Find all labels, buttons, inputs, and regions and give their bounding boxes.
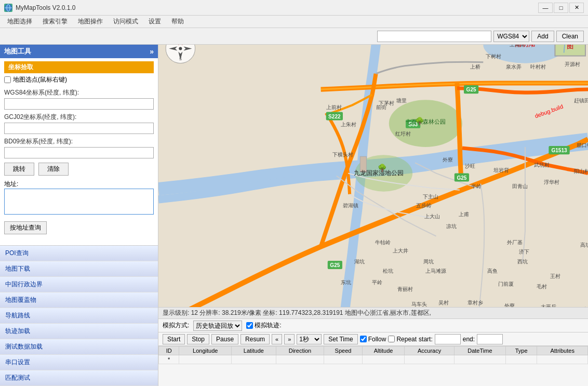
- time-select[interactable]: 1秒 2秒 5秒 10秒: [297, 334, 322, 344]
- panel-title: 地图工具: [4, 47, 31, 56]
- maximize-button[interactable]: □: [554, 3, 568, 13]
- svg-text:上大井: 上大井: [393, 248, 408, 254]
- coord-buttons: 跳转 清除: [4, 163, 154, 176]
- track-checkbox[interactable]: [246, 322, 253, 329]
- svg-text:🌳: 🌳: [415, 116, 424, 126]
- pause-button[interactable]: Pause: [211, 334, 238, 344]
- bd09-label: BD09坐标系(经度, 纬度):: [4, 137, 154, 146]
- menu-help[interactable]: 帮助: [166, 16, 189, 27]
- svg-text:下横头村: 下横头村: [332, 152, 353, 157]
- track-checkbox-row: 模拟轨迹:: [246, 321, 281, 330]
- nav-serial-settings[interactable]: 串口设置: [0, 355, 158, 370]
- svg-text:S: S: [179, 57, 182, 61]
- svg-text:外厂基: 外厂基: [507, 239, 523, 245]
- wgs84-label: WGS84坐标系(经度, 纬度):: [4, 88, 154, 97]
- nav-test-data-load[interactable]: 测试数据加载: [0, 339, 158, 355]
- bd09-input[interactable]: [4, 147, 154, 158]
- resum-button[interactable]: Resum: [240, 334, 270, 344]
- cell-speed: [324, 355, 363, 364]
- jump-button[interactable]: 跳转: [4, 163, 34, 176]
- nav-poi[interactable]: POI查询: [0, 246, 158, 261]
- app-icon: [4, 4, 12, 12]
- follow-label: Follow: [368, 336, 386, 343]
- repeat-checkbox[interactable]: [388, 336, 395, 342]
- nav-map-download[interactable]: 地图下载: [0, 261, 158, 277]
- svg-text:G25: G25: [330, 262, 340, 268]
- map-point-checkbox[interactable]: [4, 76, 11, 83]
- add-button[interactable]: Add: [531, 31, 554, 42]
- prev-button[interactable]: «: [272, 334, 282, 344]
- address-row: 地址:: [4, 180, 154, 216]
- stop-button[interactable]: Stop: [187, 334, 209, 344]
- nav-track-load[interactable]: 轨迹加载: [0, 324, 158, 339]
- map-area[interactable]: G25 G25 G25 G330 G1513 G1513: [158, 45, 588, 386]
- menu-search-engine[interactable]: 搜索引擎: [37, 16, 73, 27]
- follow-checkbox[interactable]: [360, 336, 367, 342]
- col-id: ID: [159, 347, 179, 355]
- set-time-button[interactable]: Set Time: [324, 334, 357, 344]
- window-controls[interactable]: — □ ✕: [538, 3, 584, 13]
- start-input[interactable]: 0: [435, 334, 461, 344]
- start-button[interactable]: Start: [163, 334, 185, 344]
- collapse-button[interactable]: »: [150, 47, 154, 56]
- svg-text:泉水弄: 泉水弄: [506, 64, 522, 70]
- svg-text:上桥: 上桥: [470, 64, 480, 70]
- svg-text:G1513: G1513: [551, 148, 567, 153]
- svg-text:一上龙: 一上龙: [578, 307, 588, 307]
- repeat-row: Repeat: [388, 336, 417, 343]
- nav-match-test[interactable]: 匹配测试: [0, 370, 158, 386]
- svg-text:上南寮: 上南寮: [510, 45, 525, 47]
- menu-map-select[interactable]: 地图选择: [2, 16, 37, 27]
- svg-text:章村乡: 章村乡: [467, 300, 483, 305]
- clean-button[interactable]: Clean: [556, 31, 584, 42]
- nav-map-overlay[interactable]: 地图覆盖物: [0, 292, 158, 308]
- close-button[interactable]: ✕: [569, 3, 584, 13]
- title-bar: MyMapTools V2.0.1.0 — □ ✕: [0, 0, 588, 16]
- svg-text:武坑村: 武坑村: [534, 162, 550, 168]
- wgs84-input[interactable]: [4, 98, 154, 110]
- menu-map-operation[interactable]: 地图操作: [73, 16, 108, 27]
- control-bar: Start Stop Pause Resum « » 1秒 2秒 5秒 10秒 …: [158, 332, 588, 346]
- menu-bar: 地图选择 搜索引擎 地图操作 访问模式 设置 帮助: [0, 16, 588, 28]
- status-bar: 显示级别: 12 分辨率: 38.219米/像素 坐标: 119.774323,…: [158, 307, 588, 318]
- cell-longitude: [179, 355, 232, 364]
- menu-settings[interactable]: 设置: [143, 16, 166, 27]
- start-label: start:: [419, 336, 433, 343]
- clear-button[interactable]: 清除: [38, 163, 69, 176]
- cell-datetime: [454, 355, 505, 364]
- cell-type: [505, 355, 537, 364]
- cell-latitude: [232, 355, 276, 364]
- svg-text:沙旺: 沙旺: [465, 163, 475, 169]
- next-button[interactable]: »: [284, 334, 295, 344]
- col-datetime: DateTime: [454, 347, 505, 355]
- address-textarea[interactable]: [4, 189, 154, 215]
- coord-system-select[interactable]: WGS84 GCJ02 BD09: [493, 31, 529, 42]
- toolbar: WGS84 GCJ02 BD09 Add Clean: [0, 28, 588, 45]
- repeat-label: Repeat: [396, 336, 417, 343]
- end-label: end:: [463, 336, 475, 343]
- map-canvas[interactable]: G25 G25 G25 G330 G1513 G1513: [158, 45, 588, 307]
- svg-text:上甫: 上甫: [459, 211, 469, 217]
- svg-text:高鱼: 高鱼: [487, 268, 498, 274]
- svg-text:济下: 济下: [519, 249, 529, 255]
- left-panel-content: 坐标拾取 地图选点(鼠标右键) WGS84坐标系(经度, 纬度): GCJ02坐…: [0, 58, 158, 245]
- table-row: *: [159, 355, 588, 364]
- svg-text:高坑底: 高坑底: [580, 242, 588, 248]
- cell-accuracy: [405, 355, 455, 364]
- address-query-button[interactable]: 按地址查询: [4, 221, 47, 234]
- cell-attributes: [537, 355, 588, 364]
- svg-text:东坑: 东坑: [341, 279, 351, 285]
- nav-admin-boundary[interactable]: 中国行政边界: [0, 277, 158, 292]
- end-input[interactable]: 0: [477, 334, 503, 344]
- gcj02-input[interactable]: [4, 123, 154, 134]
- menu-access-mode[interactable]: 访问模式: [108, 16, 143, 27]
- search-input[interactable]: [377, 31, 491, 42]
- svg-text:S222: S222: [328, 114, 341, 119]
- main-layout: 地图工具 » 坐标拾取 地图选点(鼠标右键) WGS84坐标系(经度, 纬度):…: [0, 45, 588, 386]
- sim-mode-select[interactable]: 历史轨迹回放 实时轨迹 停止: [193, 321, 242, 331]
- svg-text:田青山: 田青山: [512, 183, 528, 189]
- nav-navigation-route[interactable]: 导航路线: [0, 308, 158, 324]
- svg-text:红圩村: 红圩村: [395, 131, 411, 137]
- status-text: 显示级别: 12 分辨率: 38.219米/像素 坐标: 119.774323,…: [163, 309, 431, 317]
- minimize-button[interactable]: —: [538, 3, 553, 13]
